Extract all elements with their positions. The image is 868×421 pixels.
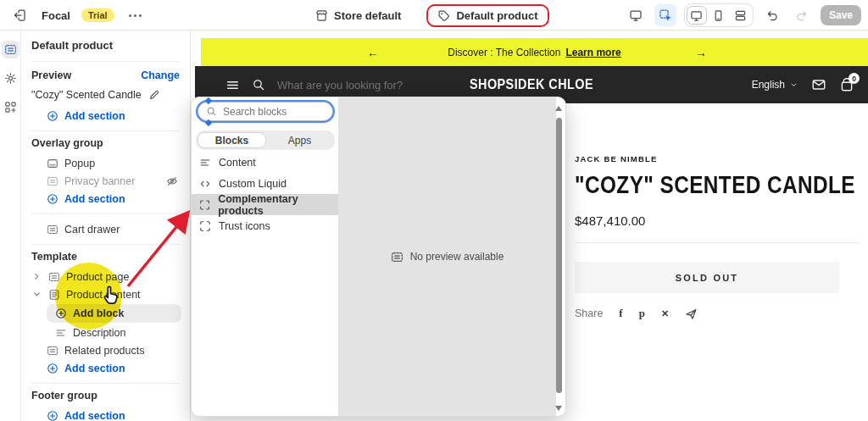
newsletter-envelope-icon[interactable] [811, 77, 826, 92]
sidebar-item-related-products[interactable]: Related products [31, 341, 190, 359]
no-preview-text: No preview available [410, 251, 504, 263]
popup-scrollbar[interactable] [555, 101, 563, 414]
change-preview-link[interactable]: Change [141, 69, 180, 81]
plus-circle-icon [47, 410, 58, 421]
fullscreen-view-button[interactable] [731, 6, 751, 25]
divider [575, 242, 860, 243]
product-vendor: JACK BE NIMBLE [575, 154, 863, 163]
template-group-header: Template [31, 251, 190, 264]
block-list: Content Custom Liquid Complementary prod… [192, 152, 338, 236]
add-section-button-template[interactable]: Add section [31, 359, 190, 377]
plus-circle-icon [55, 307, 67, 319]
shopify-theme-editor: Focal Trial Store default Default produc… [0, 0, 868, 421]
chevron-down-icon [789, 80, 798, 90]
hamburger-menu-icon[interactable] [225, 78, 240, 92]
banner-next-arrow[interactable]: → [695, 46, 707, 59]
add-block-button[interactable]: Add block [47, 304, 181, 323]
rail-settings-gear-icon[interactable] [2, 69, 19, 87]
sold-out-button[interactable]: SOLD OUT [575, 262, 839, 293]
announcement-banner: ← Discover : The Collection Learn more → [201, 38, 868, 66]
sidebar-item-privacy-banner[interactable]: Privacy banner [31, 172, 190, 190]
exit-editor-icon[interactable] [8, 4, 31, 26]
store-default-selector[interactable]: Store default [315, 9, 401, 22]
popup-icon [47, 158, 58, 169]
text-lines-icon [199, 157, 211, 169]
banner-prev-arrow[interactable]: ← [367, 46, 379, 59]
footer-group-header: Footer group [31, 390, 190, 403]
sidebar-item-product-content[interactable]: Product content [31, 285, 190, 303]
add-section-button-header[interactable]: Add section [31, 107, 190, 125]
mobile-view-button[interactable] [709, 6, 729, 25]
block-item-complementary-products[interactable]: Complementary products [192, 194, 338, 215]
undo-icon[interactable] [761, 4, 783, 26]
scroll-up-icon[interactable] [555, 106, 562, 111]
preview-label: Preview [31, 69, 71, 81]
add-section-button-overlay[interactable]: Add section [31, 190, 190, 208]
product-info: JACK BE NIMBLE "COZY" SCENTED CANDLE $48… [575, 154, 863, 320]
section-icon [391, 251, 403, 263]
text-lines-icon [55, 327, 67, 339]
send-plane-icon[interactable] [685, 307, 698, 320]
pinterest-icon[interactable]: p [639, 307, 645, 320]
redo-icon[interactable] [791, 4, 813, 26]
edit-pencil-icon[interactable] [148, 89, 160, 101]
desktop-view-button[interactable] [687, 6, 707, 25]
overlay-group-header: Overlay group [31, 137, 190, 151]
add-block-popup: No preview available Blocks Apps Content… [191, 97, 566, 417]
share-label: Share [575, 307, 603, 319]
section-icon [47, 224, 58, 235]
banner-text: Discover : The Collection [448, 47, 560, 58]
inspector-icon[interactable] [654, 4, 676, 26]
tab-blocks[interactable]: Blocks [198, 132, 266, 148]
product-price: $487,410.00 [575, 213, 863, 228]
sidebar-item-popup[interactable]: Popup [31, 154, 190, 172]
block-preview-pane: No preview available [338, 97, 556, 416]
block-item-custom-liquid[interactable]: Custom Liquid [192, 173, 338, 194]
sidebar-title: Default product [31, 39, 190, 53]
block-corners-icon [199, 220, 211, 232]
language-selector[interactable]: English [752, 79, 798, 91]
storefront-icon [315, 9, 328, 22]
rail-app-embeds-icon[interactable] [2, 98, 19, 116]
popup-tabs: Blocks Apps [196, 130, 335, 150]
section-icon [47, 345, 58, 357]
rail-sections-icon[interactable] [2, 41, 19, 58]
plus-circle-icon [47, 110, 58, 122]
sidebar-item-description[interactable]: Description [31, 324, 190, 341]
viewport-switcher [684, 3, 754, 27]
tab-apps[interactable]: Apps [266, 132, 333, 148]
block-item-trust-icons[interactable]: Trust icons [192, 215, 338, 236]
block-corners-icon [199, 199, 210, 211]
search-blocks-input[interactable] [223, 106, 316, 118]
search-icon [206, 106, 217, 117]
storefront-preview-icon[interactable] [625, 4, 647, 26]
cart-button[interactable]: 0 [839, 77, 854, 92]
facebook-icon[interactable]: f [619, 307, 622, 320]
block-item-content[interactable]: Content [192, 152, 338, 173]
trial-badge: Trial [81, 8, 114, 22]
x-twitter-icon[interactable]: ✕ [661, 308, 669, 319]
eye-off-icon[interactable] [166, 175, 178, 187]
more-actions-button[interactable] [125, 11, 145, 20]
sidebar-item-cart-drawer[interactable]: Cart drawer [31, 220, 190, 238]
editor-rail [0, 30, 21, 421]
add-section-button-footer[interactable]: Add section [31, 407, 190, 421]
theme-name: Focal [42, 9, 70, 22]
section-icon [48, 271, 60, 283]
plus-circle-icon [47, 193, 58, 205]
save-button[interactable]: Save [821, 5, 861, 25]
plus-circle-icon [47, 363, 58, 374]
section-icon [47, 175, 58, 187]
banner-learn-more-link[interactable]: Learn more [565, 47, 620, 58]
chevron-down-icon[interactable] [31, 289, 42, 300]
product-title: "COZY" SCENTED CANDLE [575, 171, 817, 199]
sidebar-item-product-page[interactable]: Product page [31, 268, 190, 285]
preview-product-name: "Cozy" Scented Candle [31, 89, 142, 101]
scroll-down-icon[interactable] [555, 406, 562, 411]
tag-icon [437, 9, 450, 22]
search-blocks-field[interactable] [198, 102, 333, 121]
cart-count-badge: 0 [849, 73, 860, 84]
scrollbar-thumb[interactable] [556, 118, 562, 393]
chevron-right-icon[interactable] [31, 271, 42, 282]
page-selector-default-product annotation-red-box[interactable]: Default product [426, 4, 548, 27]
